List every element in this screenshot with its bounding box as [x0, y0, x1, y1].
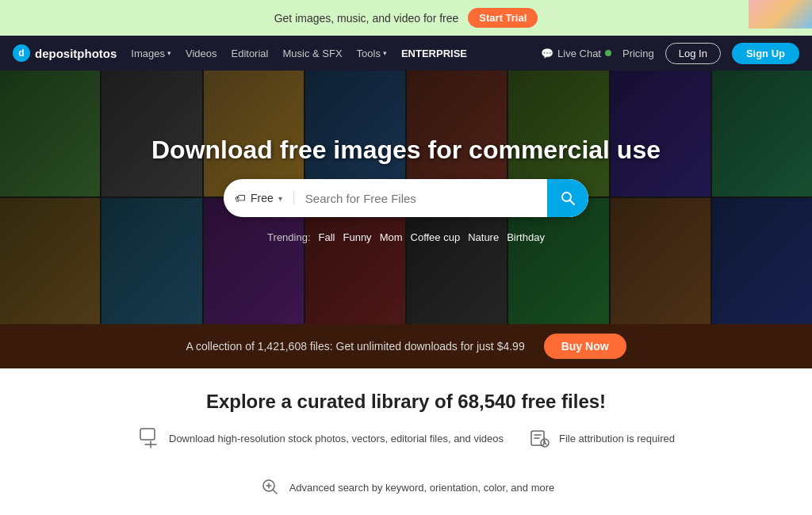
- search-button[interactable]: [547, 179, 588, 217]
- pricing-link[interactable]: Pricing: [622, 48, 654, 59]
- navbar-right: 💬 Live Chat Pricing Log In Sign Up: [541, 43, 799, 64]
- nav-videos-label: Videos: [186, 48, 217, 59]
- feature-attribution: File attribution is required: [527, 425, 675, 451]
- trending-tag-nature[interactable]: Nature: [468, 231, 499, 243]
- dark-bar-text: A collection of 1,421,608 files: Get unl…: [186, 340, 524, 353]
- hero-title: Download free images for commercial use: [151, 135, 661, 165]
- navbar-left: d depositphotos Images ▾ Videos Editoria…: [13, 44, 541, 62]
- chat-icon: 💬: [541, 48, 553, 59]
- nav-item-images[interactable]: Images ▾: [131, 48, 171, 59]
- nav-enterprise-label: ENTERPRISE: [401, 48, 467, 59]
- banner-image: [749, 0, 812, 29]
- feature-download: Download high-resolution stock photos, v…: [137, 425, 504, 451]
- download-icon: [137, 425, 163, 451]
- log-in-button[interactable]: Log In: [665, 43, 721, 64]
- trending-section: Trending: Fall Funny Mom Coffee cup Natu…: [267, 231, 545, 243]
- nav-music-label: Music & SFX: [282, 48, 342, 59]
- trending-label: Trending:: [267, 231, 310, 243]
- buy-now-button[interactable]: Buy Now: [544, 334, 626, 359]
- logo-text: depositphotos: [35, 47, 117, 60]
- search-icon: [560, 190, 576, 206]
- live-chat-indicator: [605, 50, 611, 56]
- nav-item-tools[interactable]: Tools ▾: [357, 48, 387, 59]
- feature-search-text: Advanced search by keyword, orientation,…: [289, 482, 555, 494]
- live-chat[interactable]: 💬 Live Chat: [541, 48, 611, 59]
- svg-line-1: [570, 200, 574, 204]
- filter-arrow-icon: ▾: [278, 194, 282, 203]
- top-banner: Get images, music, and video for free St…: [0, 0, 812, 36]
- trending-tag-coffee[interactable]: Coffee cup: [411, 231, 461, 243]
- banner-text: Get images, music, and video for free: [274, 12, 459, 25]
- attribution-icon: [527, 425, 553, 451]
- nav-item-music[interactable]: Music & SFX: [282, 48, 342, 59]
- live-chat-label: Live Chat: [557, 48, 601, 59]
- filter-label: Free: [251, 192, 274, 204]
- navbar: d depositphotos Images ▾ Videos Editoria…: [0, 36, 812, 71]
- trending-tag-mom[interactable]: Mom: [380, 231, 403, 243]
- nav-images-arrow: ▾: [167, 49, 171, 57]
- feature-search: Advanced search by keyword, orientation,…: [258, 475, 555, 500]
- search-input[interactable]: [294, 192, 547, 205]
- search-bar: 🏷 Free ▾: [224, 179, 588, 217]
- info-section: Explore a curated library of 68,540 free…: [0, 368, 812, 515]
- trending-tag-birthday[interactable]: Birthday: [507, 231, 545, 243]
- hero-content: Download free images for commercial use …: [151, 135, 661, 259]
- advanced-search-icon: [258, 475, 283, 500]
- search-filter-dropdown[interactable]: 🏷 Free ▾: [224, 192, 294, 204]
- sign-up-button[interactable]: Sign Up: [732, 43, 799, 64]
- trending-tag-funny[interactable]: Funny: [343, 231, 371, 243]
- hero-section: Download free images for commercial use …: [0, 71, 812, 324]
- nav-editorial-label: Editorial: [231, 48, 268, 59]
- filter-icon: 🏷: [235, 192, 246, 204]
- logo-icon: d: [13, 44, 30, 62]
- nav-item-videos[interactable]: Videos: [186, 48, 217, 59]
- start-trial-button[interactable]: Start Trial: [468, 8, 538, 28]
- trending-tag-fall[interactable]: Fall: [319, 231, 335, 243]
- nav-item-editorial[interactable]: Editorial: [231, 48, 268, 59]
- feature-attribution-text: File attribution is required: [559, 433, 675, 444]
- svg-rect-2: [140, 429, 155, 440]
- info-title: Explore a curated library of 68,540 free…: [206, 391, 606, 413]
- logo[interactable]: d depositphotos: [13, 44, 117, 62]
- dark-bar: A collection of 1,421,608 files: Get unl…: [0, 324, 812, 368]
- nav-tools-arrow: ▾: [383, 49, 387, 57]
- nav-tools-label: Tools: [357, 48, 381, 59]
- info-features: Download high-resolution stock photos, v…: [32, 425, 780, 500]
- nav-item-enterprise[interactable]: ENTERPRISE: [401, 48, 467, 59]
- feature-download-text: Download high-resolution stock photos, v…: [169, 433, 504, 444]
- nav-images-label: Images: [131, 48, 165, 59]
